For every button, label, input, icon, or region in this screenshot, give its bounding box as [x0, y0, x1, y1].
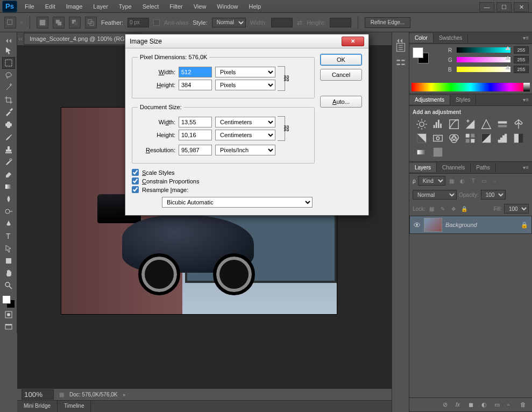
history-brush-tool[interactable]: [2, 156, 15, 168]
pen-tool[interactable]: [2, 218, 15, 230]
quickmask-tool[interactable]: [2, 309, 15, 321]
scale-styles-checkbox[interactable]: [132, 169, 139, 176]
brightness-icon[interactable]: [416, 119, 428, 129]
panel-menu-icon[interactable]: ▾≡: [520, 35, 532, 41]
curves-icon[interactable]: [448, 119, 460, 129]
resolution-unit-select[interactable]: Pixels/Inch: [215, 145, 275, 155]
fill-field[interactable]: 100%: [504, 204, 529, 214]
menu-filter[interactable]: Filter: [164, 1, 188, 12]
resolution-input[interactable]: [179, 145, 212, 155]
stamp-tool[interactable]: [2, 144, 15, 155]
g-slider[interactable]: [457, 57, 510, 62]
filter-shape-icon[interactable]: ▭: [480, 176, 488, 185]
r-value[interactable]: 255: [514, 46, 529, 54]
b-value[interactable]: 255: [514, 66, 529, 73]
link-layers-icon[interactable]: ⊘: [443, 401, 450, 409]
subtract-selection-icon[interactable]: [69, 17, 81, 29]
posterize-icon[interactable]: [496, 133, 508, 143]
refine-edge-button[interactable]: Refine Edge...: [365, 17, 410, 28]
menu-file[interactable]: File: [19, 1, 40, 12]
balance-icon[interactable]: [513, 119, 524, 129]
blend-mode-select[interactable]: Normal: [413, 190, 457, 200]
tab-swatches[interactable]: Swatches: [434, 33, 468, 42]
resample-method-select[interactable]: Bicubic Automatic: [162, 197, 313, 208]
vibrance-icon[interactable]: [480, 119, 492, 129]
filter-pixel-icon[interactable]: ▦: [448, 176, 456, 185]
gradient-tool[interactable]: [2, 181, 15, 193]
collapse-toolbox-icon[interactable]: [2, 38, 15, 44]
constrain-icon[interactable]: ⛓: [283, 75, 290, 82]
tool-preset-icon[interactable]: [4, 17, 16, 29]
shape-tool[interactable]: [2, 255, 15, 267]
fx-icon[interactable]: fx: [456, 401, 463, 409]
healing-tool[interactable]: [2, 119, 15, 131]
invert-icon[interactable]: [480, 133, 492, 143]
tab-mini-bridge[interactable]: Mini Bridge: [17, 401, 58, 412]
menu-image[interactable]: Image: [61, 1, 88, 12]
panel-menu-icon[interactable]: ▾≡: [520, 97, 532, 103]
layer-thumbnail[interactable]: [424, 218, 442, 232]
panel-menu-icon[interactable]: ▾≡: [520, 165, 532, 171]
opacity-field[interactable]: 100%: [481, 190, 506, 200]
new-layer-icon[interactable]: ▫: [507, 401, 515, 409]
gradient-map-icon[interactable]: [416, 147, 428, 157]
fg-bg-swatch[interactable]: [413, 47, 429, 63]
lookup-icon[interactable]: [464, 133, 476, 143]
zoom-tool[interactable]: [2, 280, 15, 292]
bw-icon[interactable]: [416, 133, 428, 143]
doc-width-unit-select[interactable]: Centimeters: [215, 117, 275, 127]
r-slider[interactable]: [457, 47, 510, 53]
hand-tool[interactable]: [2, 267, 15, 279]
px-height-unit-select[interactable]: Pixels: [215, 80, 275, 90]
selective-color-icon[interactable]: [432, 147, 444, 157]
hue-icon[interactable]: [496, 119, 508, 129]
filter-kind-select[interactable]: Kind: [418, 176, 445, 186]
lock-pos-icon[interactable]: ✥: [449, 204, 458, 213]
channel-mixer-icon[interactable]: [448, 133, 460, 143]
ok-button[interactable]: OK: [320, 54, 362, 66]
lock-all-icon[interactable]: 🔒: [460, 204, 469, 213]
filter-smart-icon[interactable]: ▫: [491, 176, 499, 185]
px-height-input[interactable]: [179, 80, 212, 90]
close-button[interactable]: ✕: [514, 2, 529, 12]
resample-checkbox[interactable]: [132, 186, 139, 193]
zoom-field[interactable]: [22, 389, 54, 400]
constrain-icon[interactable]: ⛓: [283, 125, 290, 132]
adjustment-layer-icon[interactable]: ◐: [481, 401, 489, 409]
tab-scroll-left-icon[interactable]: ‹‹: [17, 35, 24, 42]
menu-layer[interactable]: Layer: [88, 1, 114, 12]
delete-layer-icon[interactable]: 🗑: [520, 401, 528, 409]
levels-icon[interactable]: [432, 119, 444, 129]
path-select-tool[interactable]: [2, 243, 15, 254]
intersect-selection-icon[interactable]: [85, 17, 97, 29]
layer-row[interactable]: Background 🔒: [409, 216, 532, 234]
marquee-tool[interactable]: [2, 57, 15, 69]
tab-layers[interactable]: Layers: [409, 163, 437, 172]
px-width-unit-select[interactable]: Pixels: [215, 67, 275, 77]
magic-wand-tool[interactable]: [2, 82, 15, 94]
color-swatch[interactable]: [2, 295, 15, 308]
eraser-tool[interactable]: [2, 168, 15, 180]
filter-adjust-icon[interactable]: ◐: [458, 176, 467, 185]
menu-edit[interactable]: Edit: [40, 1, 61, 12]
dialog-close-button[interactable]: ✕: [342, 37, 364, 46]
dodge-tool[interactable]: [2, 205, 15, 217]
auto-button[interactable]: Auto...: [320, 96, 362, 108]
spectrum-ramp[interactable]: [412, 83, 530, 91]
lock-paint-icon[interactable]: ✎: [438, 204, 447, 213]
brush-tool[interactable]: [2, 131, 15, 143]
tab-paths[interactable]: Paths: [471, 163, 496, 172]
mask-icon[interactable]: ◼: [469, 401, 476, 409]
minimize-button[interactable]: —: [479, 2, 494, 12]
menu-select[interactable]: Select: [137, 1, 165, 12]
tab-timeline[interactable]: Timeline: [58, 401, 91, 412]
photo-filter-icon[interactable]: [432, 133, 444, 143]
tab-styles[interactable]: Styles: [450, 95, 476, 104]
doc-height-input[interactable]: [179, 130, 212, 140]
style-select[interactable]: Normal: [212, 18, 246, 27]
add-selection-icon[interactable]: [53, 17, 65, 29]
doc-height-unit-select[interactable]: Centimeters: [215, 130, 275, 140]
constrain-checkbox[interactable]: [132, 177, 139, 184]
new-selection-icon[interactable]: [37, 17, 48, 29]
threshold-icon[interactable]: [513, 133, 524, 143]
